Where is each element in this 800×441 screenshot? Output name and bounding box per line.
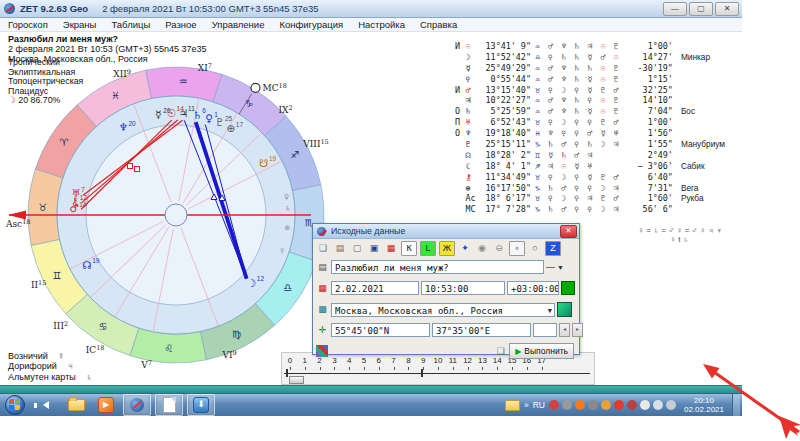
show-desktop-button[interactable] xyxy=(732,394,740,416)
tray-icon[interactable] xyxy=(627,400,637,410)
altitude-input[interactable] xyxy=(533,323,557,337)
dispositor-chain: ☿ ♄ ♂ ♃ xyxy=(544,150,633,161)
planet-glyph: ☿ xyxy=(155,108,161,120)
menu-item-6[interactable]: Конфигурация xyxy=(279,19,343,30)
ruler-position-marker[interactable] xyxy=(421,369,423,377)
circle-icon[interactable]: ○ xyxy=(528,242,542,255)
taskbar-download-button[interactable]: ⬇ xyxy=(187,394,215,416)
sun-circle-icon[interactable]: ◉ xyxy=(475,242,489,255)
tray-icon[interactable] xyxy=(588,400,598,410)
dispositor-chain: ♂ ♆ ♄ ☿ ☉ ♇ xyxy=(544,106,633,117)
tray-icon[interactable] xyxy=(562,400,572,410)
taskbar-volume-button[interactable] xyxy=(33,395,59,415)
zet-icon[interactable]: ✦ xyxy=(458,242,472,255)
zh-icon[interactable]: Ж xyxy=(439,241,455,256)
tray-folder-icon[interactable] xyxy=(505,400,520,411)
star-name xyxy=(673,150,742,161)
planet-row: И♂13°15'40"♉♀ ☽ ♀ ☿ ♇ ♂32'25" xyxy=(455,85,742,96)
date-input[interactable]: 2.02.2021 xyxy=(331,281,419,295)
z-icon[interactable]: Z xyxy=(545,241,561,256)
tray-icon[interactable] xyxy=(666,400,676,410)
house-label: V7 xyxy=(140,359,152,370)
start-button[interactable] xyxy=(5,395,25,415)
spin-left-button[interactable]: ◂ xyxy=(559,323,570,337)
place-dropdown-caret[interactable]: ▼ xyxy=(548,304,552,317)
timezone-color-button[interactable] xyxy=(561,281,575,295)
minus-circle-icon[interactable]: ⊖ xyxy=(492,242,506,255)
planet-row: О♆19°18'40"♓♆ ♀ ♀ ♂ ☿ ♅1'56" xyxy=(455,128,742,139)
place-input[interactable]: Москва, Московская обл., Россия ▼ xyxy=(331,303,555,317)
sign-glyph: ♒ xyxy=(179,76,188,87)
time-input[interactable]: 10:53:00 xyxy=(421,281,505,295)
download-icon: ⬇ xyxy=(193,397,209,413)
menu-item-4[interactable]: Разное xyxy=(165,19,196,30)
dialog-close-button[interactable]: ✕ xyxy=(560,225,577,238)
latitude-input[interactable]: 55°45'00"N xyxy=(331,323,430,337)
mosaic-icon[interactable] xyxy=(316,345,328,357)
chest-icon[interactable]: ▤ xyxy=(333,242,347,255)
language-indicator[interactable]: RU xyxy=(533,400,545,410)
calendar-icon: ▦ xyxy=(316,282,329,295)
taskbar-zet-button[interactable] xyxy=(123,394,151,416)
tray-icon[interactable] xyxy=(653,400,663,410)
tray-icons xyxy=(549,400,676,410)
planet-glyph: ☋ xyxy=(259,157,268,169)
spin-right-button[interactable]: ▸ xyxy=(572,323,583,337)
tray-icon[interactable] xyxy=(549,400,559,410)
dispositor-chain: ♄ ♂ ♀ ♀ ☽ ♃ xyxy=(544,183,633,194)
l-icon[interactable]: L xyxy=(420,241,436,256)
dispositor-chain: ♃ ☉ ☿ ♅ xyxy=(544,161,633,172)
longitude-input[interactable]: 37°35'00"E xyxy=(432,323,531,337)
star-name xyxy=(673,128,742,139)
menu-item-5[interactable]: Управление xyxy=(212,19,265,30)
copy-icon[interactable]: ❏ xyxy=(316,242,330,255)
menu-item-3[interactable]: Таблицы xyxy=(111,19,150,30)
tray-icon[interactable] xyxy=(601,400,611,410)
mc-label: MC18 xyxy=(262,82,286,93)
save-icon[interactable]: ▣ xyxy=(367,242,381,255)
dialog-title-bar[interactable]: Исходные данные ✕ xyxy=(313,224,579,239)
sign-glyph: ♋ xyxy=(99,321,108,332)
ruler-number: 0 xyxy=(283,356,297,365)
minimize-button[interactable]: — xyxy=(663,2,687,16)
house-label: Asc18 xyxy=(5,218,30,229)
clock-date: 02.02.2021 xyxy=(684,405,724,414)
planet-row: ♇25°15'11"♑♄ ♂ ♀ ♄ ☽ ♃1'55"Манубриум xyxy=(455,139,742,150)
k-icon[interactable]: К xyxy=(401,241,417,256)
menu-item-8[interactable]: Справка xyxy=(420,19,457,30)
taskbar-mediaplayer-button[interactable]: ▶ xyxy=(93,395,119,415)
dash-label: — xyxy=(546,262,555,272)
copy-small-icon[interactable]: ❏ xyxy=(494,345,507,358)
ruler-slider-handle[interactable] xyxy=(289,376,304,384)
event-name-input[interactable]: Разлюбил ли меня муж? xyxy=(331,260,544,274)
event-icon: ▤ xyxy=(316,261,329,274)
tray-clock[interactable]: 20:10 02.02.2021 xyxy=(680,396,728,414)
dispositor-chain: ♂ ♆ ♄ ☿ ☉ ♇ xyxy=(544,74,633,85)
almuten-line: Дорифорий♃ xyxy=(8,361,93,371)
small-dot-icon[interactable]: ∘ xyxy=(509,241,525,256)
red-table-icon[interactable]: ▦ xyxy=(384,242,398,255)
tray-icon[interactable] xyxy=(575,400,585,410)
star-name xyxy=(673,204,742,215)
close-button[interactable]: ✕ xyxy=(715,2,739,16)
menu-item-1[interactable]: Гороскоп xyxy=(8,19,48,30)
tray-chevron[interactable]: » xyxy=(524,400,529,410)
maximize-button[interactable]: ▢ xyxy=(689,2,713,16)
menu-item-2[interactable]: Экраны xyxy=(63,19,97,30)
title-bar: ZET 9.2.63 Geo 2 февраля 2021 Вт 10:53:0… xyxy=(0,0,742,18)
taskbar-document-button[interactable] xyxy=(155,394,183,416)
planet-row: ☾18° 4' 1"♐♃ ☉ ☿ ♅− 3°06'Сабик xyxy=(455,161,742,172)
planet-degree: 19 xyxy=(92,257,100,264)
planet-degree: 7 xyxy=(81,186,85,193)
event-dropdown-caret[interactable]: ▼ xyxy=(557,264,564,271)
tray-icon[interactable] xyxy=(640,400,650,410)
execute-button[interactable]: ▶ Выполнить xyxy=(509,343,574,359)
zet-app-icon xyxy=(4,3,15,14)
taskbar-explorer-button[interactable] xyxy=(63,395,89,415)
place-value: Москва, Московская обл., Россия xyxy=(335,306,503,316)
new-file-icon[interactable]: ▢ xyxy=(350,242,364,255)
timezone-input[interactable]: +03:00:00 xyxy=(507,281,559,295)
atlas-button[interactable] xyxy=(557,302,572,317)
menu-item-7[interactable]: Настройка xyxy=(358,19,405,30)
tray-icon[interactable] xyxy=(614,400,624,410)
